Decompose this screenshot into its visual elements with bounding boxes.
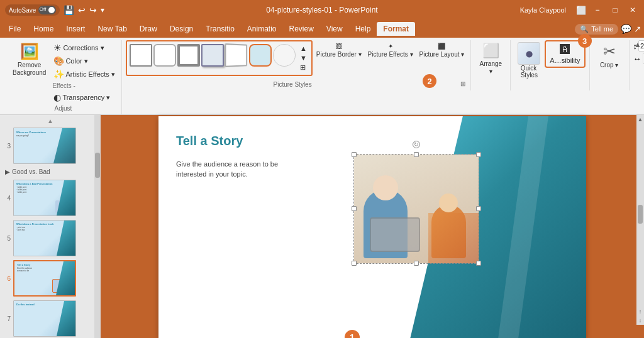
adjust-group: 🖼️ RemoveBackground ☀ Corrections ▾ 🎨 Co… — [5, 40, 122, 114]
picture-border-button[interactable]: 🖼 Picture Border ▾ — [314, 41, 364, 59]
ps-item-5[interactable] — [225, 43, 247, 67]
canvas-vscrollbar[interactable]: ▲ ↑ ↓ — [636, 115, 644, 325]
user-name: Kayla Claypool — [520, 6, 566, 14]
ps-expand-button[interactable]: ⊞ — [298, 63, 309, 72]
ps-item-6[interactable] — [249, 44, 272, 67]
arrange-label: Arrange ▾ — [479, 60, 502, 75]
slide-img-6[interactable]: Tell a Story Give the audiencea reason t… — [13, 260, 76, 297]
handle-br[interactable] — [476, 261, 481, 266]
scroll-up-button[interactable]: ▲ — [3, 117, 98, 124]
ps-item-7[interactable] — [273, 44, 296, 67]
vscroll-thumb[interactable] — [638, 205, 643, 224]
tab-transitions[interactable]: Transitio — [199, 22, 241, 36]
handle-ml[interactable] — [352, 206, 357, 211]
search-icon: 🔍 — [580, 25, 589, 33]
slide-thumb-5[interactable]: 5 What does a Presentation Look · point … — [3, 219, 98, 257]
customize-icon[interactable]: ▾ — [101, 6, 104, 14]
tab-insert[interactable]: Insert — [60, 22, 91, 36]
maximize-button[interactable]: □ — [609, 4, 621, 16]
selected-image[interactable]: ↻ — [353, 154, 479, 264]
arrange-icon: ⬜ — [482, 43, 499, 59]
qs-group-content: ⬤ QuickStyles 🅰 A…sibility 3 — [514, 40, 585, 87]
slide-img-4[interactable]: What does a Bad Presentation · bullet po… — [13, 180, 76, 216]
tab-review[interactable]: Review — [283, 22, 320, 36]
width-label: ↔ — [633, 54, 641, 63]
picture-layout-button[interactable]: ⬛ Picture Layout ▾ — [417, 41, 467, 59]
ribbon-collapse[interactable]: ▲ — [634, 40, 641, 49]
arrange-button[interactable]: ⬜ Arrange ▾ — [475, 40, 506, 78]
picture-effects-button[interactable]: ✦ Picture Effects ▾ — [365, 41, 416, 59]
picture-styles-label: Picture Styles — [126, 81, 459, 88]
tab-format[interactable]: Format — [377, 22, 415, 36]
slide-thumb-6[interactable]: 6 Tell a Story Give the audiencea reason… — [3, 259, 98, 297]
autosave-badge[interactable]: AutoSave Off — [5, 4, 60, 16]
tab-animations[interactable]: Animatio — [241, 22, 283, 36]
share-icon[interactable]: ↗ — [634, 24, 641, 34]
close-button[interactable]: ✕ — [626, 4, 639, 16]
autosave-label: AutoSave — [9, 7, 36, 14]
autosave-state: Off — [40, 6, 47, 12]
slide-thumb-4[interactable]: 4 What does a Bad Presentation · bullet … — [3, 179, 98, 217]
ps-item-3[interactable] — [177, 44, 200, 67]
tab-view[interactable]: View — [320, 22, 349, 36]
handle-bl[interactable] — [352, 261, 357, 266]
tab-file[interactable]: File — [3, 22, 27, 36]
handle-tc[interactable] — [414, 152, 419, 157]
tab-home[interactable]: Home — [27, 22, 60, 36]
ps-less-button[interactable]: ▼ — [298, 53, 309, 62]
corrections-label: Corrections ▾ — [63, 44, 104, 52]
ps-item-2[interactable] — [153, 44, 176, 67]
slide-thumb-7[interactable]: 7 Do this instead — [3, 300, 98, 337]
quick-styles-button[interactable]: ⬤ QuickStyles — [514, 40, 543, 80]
handle-tr[interactable] — [476, 152, 481, 157]
tab-help[interactable]: Help — [349, 22, 377, 36]
artistic-effects-button[interactable]: ✨ Artistic Effects ▾ — [51, 68, 118, 80]
ribbon-toggle-icon[interactable]: ⬜ — [576, 6, 586, 15]
slide-thumb-3[interactable]: 3 Where are Presentations are you going? — [3, 127, 98, 165]
slide-num-7: 7 — [3, 315, 11, 322]
comments-icon[interactable]: 💬 — [621, 24, 631, 34]
alt-text-button[interactable]: 🅰 A…sibility — [547, 43, 582, 65]
picture-border-icon: 🖼 — [336, 43, 342, 50]
vscroll-next-slide[interactable]: ↓ — [639, 317, 642, 324]
slide-img-3[interactable]: Where are Presentations are you going? — [13, 128, 76, 164]
color-button[interactable]: 🎨 Color ▾ — [51, 55, 118, 67]
remove-background-icon: 🖼️ — [20, 43, 39, 60]
picture-styles-expand[interactable]: ⊞ — [459, 80, 467, 87]
redo-icon[interactable]: ↪ — [89, 5, 97, 15]
tab-newtab[interactable]: New Tab — [91, 22, 133, 36]
arrange-group-content: ⬜ Arrange ▾ — [475, 40, 506, 87]
ps-item-1[interactable] — [130, 44, 152, 67]
slide-img-7[interactable]: Do this instead — [13, 300, 76, 337]
rotate-handle[interactable]: ↻ — [413, 141, 420, 148]
badge-2: 2 — [423, 74, 436, 88]
tab-design[interactable]: Design — [164, 22, 199, 36]
tab-draw[interactable]: Draw — [133, 22, 164, 36]
handle-tl[interactable] — [352, 152, 357, 157]
corrections-button[interactable]: ☀ Corrections ▾ — [51, 41, 118, 54]
vscroll-up[interactable]: ▲ — [638, 115, 643, 123]
crop-button[interactable]: ✂ Crop ▾ — [594, 40, 625, 72]
slide-img-5[interactable]: What does a Presentation Look · point on… — [13, 220, 76, 256]
handle-bc[interactable] — [414, 261, 419, 266]
artistic-effects-label: Artistic Effects ▾ — [65, 70, 115, 79]
handle-mr[interactable] — [476, 206, 481, 211]
slide-img-inner-3: Where are Presentations are you going? — [14, 128, 75, 163]
ribbon-content: 🖼️ RemoveBackground ☀ Corrections ▾ 🎨 Co… — [0, 38, 644, 114]
slide-body-text: Give the audience a reason to beinterest… — [176, 159, 278, 180]
autosave-toggle[interactable]: Off — [38, 6, 56, 14]
tab-bar: File Home Insert New Tab Draw Design Tra… — [0, 20, 644, 38]
transparency-button[interactable]: ◐ Transparency ▾ — [51, 91, 118, 104]
save-icon[interactable]: 💾 — [64, 5, 74, 15]
remove-background-button[interactable]: 🖼️ RemoveBackground — [9, 40, 50, 79]
adjust-group-label: Adjust — [9, 105, 118, 112]
search-box[interactable]: 🔍 Tell me — [575, 24, 618, 35]
slides-scrollbar[interactable] — [94, 115, 101, 338]
ps-more-button[interactable]: ▲ — [298, 44, 309, 53]
ps-item-4[interactable] — [201, 44, 224, 67]
undo-icon[interactable]: ↩ — [78, 5, 86, 15]
vscroll-prev-slide[interactable]: ↑ — [639, 308, 642, 315]
minimize-button[interactable]: − — [591, 4, 604, 16]
slide-num-5: 5 — [3, 235, 11, 242]
slides-scroll-thumb[interactable] — [95, 153, 100, 178]
